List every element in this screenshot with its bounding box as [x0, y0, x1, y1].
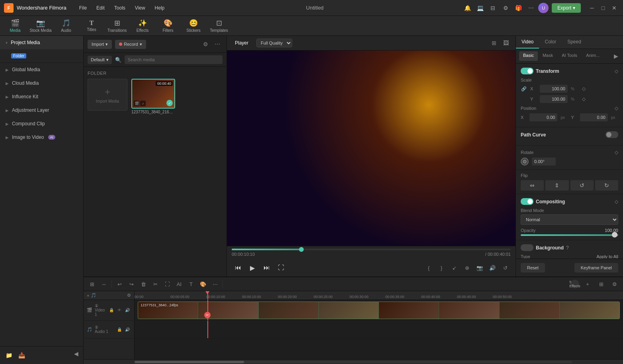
transform-toggle[interactable]: [521, 68, 533, 74]
scale-x-keyframe[interactable]: ◇: [582, 86, 586, 91]
tool-templates[interactable]: ⊡ Templates: [207, 17, 231, 35]
insert-icon[interactable]: ↙: [449, 262, 460, 273]
close-button[interactable]: ✕: [609, 3, 619, 13]
apply-all-button[interactable]: Apply to All: [597, 254, 618, 259]
sidebar-item-cloud-media[interactable]: ▶ Cloud Media: [0, 76, 83, 90]
add-audio-icon[interactable]: 🎵: [91, 293, 96, 298]
connect-tool[interactable]: ↔: [99, 279, 109, 289]
menu-help[interactable]: Help: [153, 4, 166, 12]
scrollbar-thumb[interactable]: [135, 361, 244, 363]
import-button[interactable]: Import ▾: [88, 40, 112, 49]
add-folder-icon[interactable]: 📁: [3, 350, 14, 361]
audio-lock-icon[interactable]: 🔒: [116, 326, 123, 333]
settings-icon[interactable]: ⚙: [502, 4, 510, 12]
tool-stock[interactable]: 📷 Stock Media: [29, 17, 53, 35]
grid-view-icon[interactable]: ⊞: [489, 38, 499, 48]
volume-icon[interactable]: 🔊: [487, 262, 498, 273]
full-screen-button[interactable]: ⛶: [275, 261, 287, 274]
tool-effects[interactable]: ✨ Effects: [131, 17, 154, 35]
sidebar-item-project-media[interactable]: ▾ Project Media: [0, 36, 83, 49]
sidebar-item-global-media[interactable]: ▶ Global Media: [0, 63, 83, 76]
add-track-icon[interactable]: +: [87, 293, 89, 298]
compositing-toggle[interactable]: [521, 198, 533, 205]
menu-view[interactable]: View: [133, 4, 147, 12]
tab-color[interactable]: Color: [539, 36, 562, 49]
track-mute-icon[interactable]: 🔊: [124, 307, 131, 314]
notification-icon[interactable]: 🔔: [463, 4, 471, 12]
add-track-button[interactable]: +: [582, 279, 593, 289]
keyframe-panel-button[interactable]: Keyframe Panel: [574, 263, 618, 273]
grid-toggle-button[interactable]: ⊞: [596, 279, 606, 289]
subtab-ai-tools[interactable]: AI Tools: [558, 51, 581, 61]
seek-thumb[interactable]: [299, 247, 304, 252]
blend-mode-select[interactable]: Normal: [521, 214, 618, 225]
track-settings-icon[interactable]: ⚙: [127, 293, 131, 298]
background-help-icon[interactable]: ?: [566, 245, 569, 251]
settings-timeline-button[interactable]: ⚙: [609, 279, 620, 289]
flip-horizontal-button[interactable]: ⇔: [521, 180, 544, 191]
filter-icon[interactable]: ⚙: [200, 39, 211, 49]
tool-audio[interactable]: 🎵 Audio: [54, 17, 78, 35]
ai-cut-tool[interactable]: AI: [174, 279, 184, 289]
effects-count-icon[interactable]: 5 Effects: [570, 280, 579, 288]
tool-titles[interactable]: T Titles: [80, 17, 104, 35]
media-thumbnail[interactable]: 00:00:40 🎬 ♪ ✓ 12377531_3840_2160_2...: [131, 79, 175, 114]
search-input[interactable]: [125, 55, 223, 64]
default-filter-button[interactable]: Default ▾: [88, 56, 112, 64]
flip-vertical-button[interactable]: ⇕: [545, 180, 568, 191]
subtab-anim[interactable]: Anim...: [582, 51, 603, 61]
sidebar-item-adjustment-layer[interactable]: ▶ Adjustment Layer: [0, 103, 83, 117]
position-y-input[interactable]: [580, 113, 608, 121]
quality-select[interactable]: Full Quality: [256, 39, 292, 47]
tool-stickers[interactable]: 😊 Stickers: [182, 17, 205, 35]
collapse-sidebar-icon[interactable]: ◀: [72, 350, 80, 358]
opacity-slider[interactable]: [521, 234, 618, 236]
transform-ctrl-icon[interactable]: ↺: [500, 262, 511, 273]
menu-tools[interactable]: Tools: [113, 4, 127, 12]
rotate-right-button[interactable]: ↻: [595, 180, 618, 191]
maximize-button[interactable]: □: [598, 3, 608, 13]
undo-tool[interactable]: ↩: [114, 279, 125, 289]
tool-media[interactable]: 🎬 Media: [3, 17, 27, 35]
sidebar-item-image-to-video[interactable]: ▶ Image to Video AI: [0, 130, 83, 144]
position-keyframe[interactable]: ◇: [615, 105, 618, 111]
subtab-basic[interactable]: Basic: [519, 51, 538, 61]
tool-transitions[interactable]: ⊞ Transitions: [105, 17, 129, 35]
more-icon[interactable]: ⋯: [527, 4, 535, 12]
overwrite-icon[interactable]: ⊕: [461, 262, 473, 273]
rotate-dial[interactable]: ⊙: [521, 158, 529, 165]
reset-button[interactable]: Reset: [521, 263, 545, 273]
import-media-placeholder[interactable]: + Import Media: [88, 79, 127, 111]
color-tool[interactable]: 🎨: [198, 279, 208, 289]
layout-icon[interactable]: ⊟: [489, 4, 497, 12]
audio-mute-icon[interactable]: 🔊: [124, 326, 131, 333]
mark-out-icon[interactable]: }: [436, 262, 447, 273]
compositing-keyframe[interactable]: ◇: [615, 199, 618, 204]
rotate-input[interactable]: [532, 158, 556, 165]
effects-shop-icon[interactable]: 🎁: [514, 4, 522, 12]
rotate-keyframe[interactable]: ◇: [615, 150, 618, 155]
transform-keyframe-icon[interactable]: ◇: [615, 68, 618, 74]
redo-tool[interactable]: ↪: [126, 279, 137, 289]
subtab-mask[interactable]: Mask: [539, 51, 557, 61]
crop-tool[interactable]: ⛶: [162, 279, 172, 289]
menu-edit[interactable]: Edit: [95, 4, 106, 12]
sidebar-item-influence-kit[interactable]: ▶ Influence Kit: [0, 90, 83, 103]
group-tool[interactable]: ⊞: [87, 279, 97, 289]
more-options-icon[interactable]: ⋯: [212, 39, 223, 49]
skip-back-button[interactable]: ⏮: [232, 261, 244, 274]
mark-in-icon[interactable]: {: [423, 262, 434, 273]
opacity-thumb[interactable]: [612, 232, 617, 237]
scale-y-keyframe[interactable]: ◇: [582, 96, 586, 102]
track-visibility-icon[interactable]: 👁: [116, 307, 123, 314]
sidebar-item-folder[interactable]: Folder: [0, 49, 83, 62]
tab-speed[interactable]: Speed: [562, 36, 587, 49]
minimize-button[interactable]: ─: [587, 3, 597, 13]
more-tools[interactable]: ⋯: [210, 279, 220, 289]
menu-file[interactable]: File: [78, 4, 88, 12]
tab-player[interactable]: Player: [232, 39, 252, 47]
scale-x-input[interactable]: [540, 85, 568, 93]
user-avatar[interactable]: U: [538, 3, 549, 13]
snapshot-icon[interactable]: 🖼: [501, 38, 511, 48]
snapshot-ctrl-icon[interactable]: 📷: [474, 262, 485, 273]
